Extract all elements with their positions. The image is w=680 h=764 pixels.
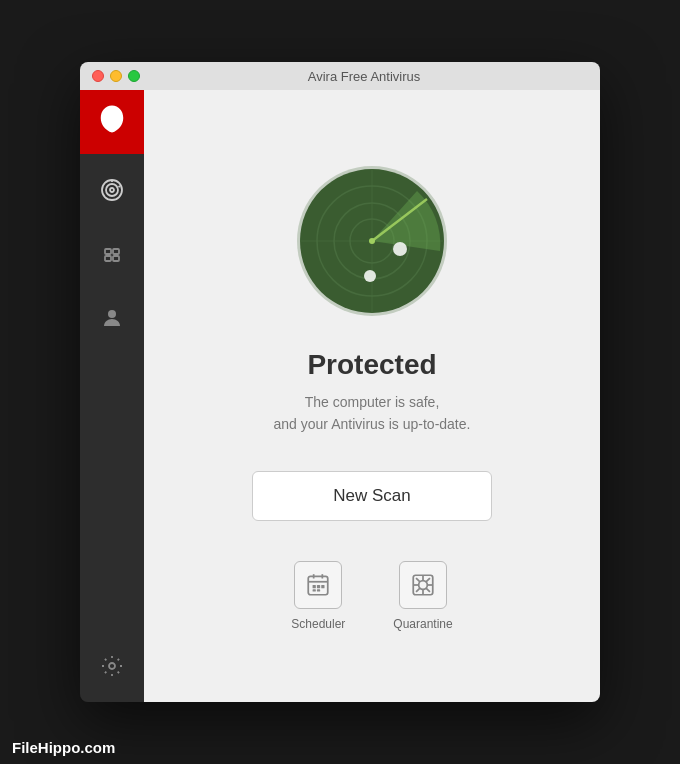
svg-point-20	[364, 270, 376, 282]
svg-rect-26	[313, 585, 316, 588]
app-window: Avira Free Antivirus	[80, 62, 600, 702]
status-subtitle: The computer is safe, and your Antivirus…	[274, 391, 471, 436]
svg-point-2	[110, 188, 114, 192]
svg-point-9	[108, 310, 116, 318]
radar-icon	[292, 161, 452, 321]
scheduler-action[interactable]: Scheduler	[291, 561, 345, 631]
sidebar-item-account[interactable]	[92, 298, 132, 338]
quarantine-icon-box	[399, 561, 447, 609]
svg-point-10	[109, 663, 115, 669]
close-button[interactable]	[92, 70, 104, 82]
window-title: Avira Free Antivirus	[140, 69, 588, 84]
svg-rect-7	[105, 256, 111, 261]
svg-rect-29	[313, 590, 316, 592]
svg-rect-30	[317, 590, 320, 592]
svg-rect-28	[322, 585, 325, 588]
app-body: Protected The computer is safe, and your…	[80, 90, 600, 702]
maximize-button[interactable]	[128, 70, 140, 82]
svg-line-39	[426, 578, 430, 582]
svg-line-4	[119, 186, 121, 187]
bottom-actions: Scheduler	[291, 561, 452, 631]
svg-point-0	[102, 180, 122, 200]
svg-rect-5	[105, 249, 111, 254]
sidebar-bottom	[92, 646, 132, 702]
svg-rect-6	[113, 249, 119, 254]
svg-point-19	[393, 242, 407, 256]
sidebar-item-protection[interactable]	[92, 234, 132, 274]
quarantine-label: Quarantine	[393, 617, 452, 631]
traffic-lights	[92, 70, 140, 82]
title-bar: Avira Free Antivirus	[80, 62, 600, 90]
svg-rect-27	[317, 585, 320, 588]
sidebar-logo	[80, 90, 144, 154]
main-content: Protected The computer is safe, and your…	[144, 90, 600, 702]
sidebar-item-scan[interactable]	[92, 170, 132, 210]
sidebar	[80, 90, 144, 702]
quarantine-action[interactable]: Quarantine	[393, 561, 452, 631]
scheduler-icon-box	[294, 561, 342, 609]
avira-logo-icon	[94, 101, 130, 144]
new-scan-button[interactable]: New Scan	[252, 471, 491, 521]
scheduler-label: Scheduler	[291, 617, 345, 631]
minimize-button[interactable]	[110, 70, 122, 82]
svg-line-37	[416, 578, 420, 582]
svg-point-21	[369, 238, 375, 244]
svg-line-38	[426, 588, 430, 592]
svg-line-40	[416, 588, 420, 592]
svg-point-1	[106, 184, 118, 196]
watermark: FileHippo.com	[12, 739, 115, 756]
sidebar-item-settings[interactable]	[92, 646, 132, 686]
svg-rect-8	[113, 256, 119, 261]
svg-point-32	[419, 581, 428, 590]
sidebar-nav	[92, 154, 132, 646]
status-title: Protected	[307, 349, 436, 381]
